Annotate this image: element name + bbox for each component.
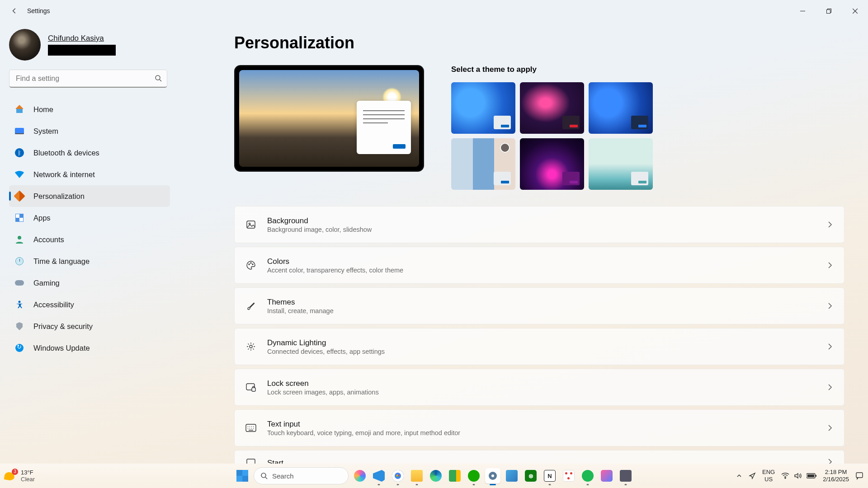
nav-personalization[interactable]: Personalization bbox=[9, 185, 170, 207]
title-bar: Settings bbox=[0, 0, 868, 22]
avatar bbox=[9, 29, 41, 61]
nav-system[interactable]: System bbox=[9, 120, 170, 142]
profile-block[interactable]: Chifundo Kasiya bbox=[9, 29, 170, 61]
svg-rect-14 bbox=[247, 459, 255, 464]
start-icon bbox=[244, 459, 258, 464]
sidebar: Chifundo Kasiya Home System ᛒBluetooth &… bbox=[0, 22, 176, 464]
home-icon bbox=[14, 104, 24, 114]
theme-option-2[interactable] bbox=[520, 82, 584, 134]
search-box[interactable] bbox=[9, 70, 170, 88]
nav-bluetooth[interactable]: ᛒBluetooth & devices bbox=[9, 142, 170, 164]
nav-privacy[interactable]: Privacy & security bbox=[9, 315, 170, 337]
search-input[interactable] bbox=[9, 70, 167, 88]
row-start[interactable]: Start bbox=[234, 450, 844, 464]
nav-update[interactable]: Windows Update bbox=[9, 337, 170, 359]
svg-rect-12 bbox=[252, 388, 255, 391]
clock-icon bbox=[14, 256, 24, 266]
taskbar-vscode[interactable] bbox=[371, 468, 387, 483]
taskbar-settings[interactable] bbox=[485, 468, 500, 483]
taskbar: 3 13°F Clear Search ⊗ N ENGUS bbox=[0, 464, 868, 488]
tray-notifications[interactable] bbox=[855, 472, 863, 480]
svg-point-18 bbox=[785, 478, 786, 479]
svg-point-9 bbox=[252, 264, 253, 265]
shield-icon bbox=[14, 321, 24, 331]
light-icon bbox=[244, 342, 258, 352]
nav-accessibility[interactable]: Accessibility bbox=[9, 294, 170, 315]
theme-option-6[interactable] bbox=[589, 138, 653, 190]
tray-language[interactable]: ENGUS bbox=[762, 469, 775, 483]
row-lock-screen[interactable]: Lock screenLock screen images, apps, ani… bbox=[234, 369, 844, 406]
taskbar-app-red[interactable] bbox=[561, 468, 576, 483]
nav-apps[interactable]: Apps bbox=[9, 207, 170, 229]
accessibility-icon bbox=[14, 300, 24, 310]
row-dynamic-lighting[interactable]: Dynamic LightingConnected devices, effec… bbox=[234, 328, 844, 365]
weather-icon: 3 bbox=[5, 469, 17, 482]
profile-name: Chifundo Kasiya bbox=[48, 34, 116, 43]
svg-point-6 bbox=[249, 223, 250, 224]
profile-email-redacted bbox=[48, 45, 116, 56]
taskbar-meet[interactable] bbox=[447, 468, 462, 483]
nav-accounts[interactable]: Accounts bbox=[9, 229, 170, 250]
theme-option-4[interactable] bbox=[451, 138, 515, 190]
back-button[interactable] bbox=[7, 4, 22, 18]
chevron-right-icon bbox=[827, 221, 833, 228]
tray-clock[interactable]: 2:18 PM2/16/2025 bbox=[823, 469, 849, 483]
maximize-button[interactable] bbox=[816, 2, 842, 20]
taskbar-photos[interactable] bbox=[504, 468, 519, 483]
brush-icon bbox=[244, 301, 258, 311]
taskbar-chrome[interactable] bbox=[390, 468, 406, 483]
window-title: Settings bbox=[27, 7, 50, 14]
minimize-button[interactable] bbox=[789, 2, 816, 20]
taskbar-app-blue[interactable] bbox=[599, 468, 614, 483]
image-icon bbox=[244, 220, 258, 230]
start-button[interactable] bbox=[235, 468, 250, 483]
taskbar-edge[interactable] bbox=[428, 468, 443, 483]
search-icon bbox=[260, 472, 268, 479]
row-themes[interactable]: ThemesInstall, create, manage bbox=[234, 287, 844, 324]
tray-network-sound-battery[interactable] bbox=[781, 473, 816, 479]
desktop-preview[interactable] bbox=[234, 65, 424, 172]
system-icon bbox=[14, 126, 24, 136]
row-colors[interactable]: ColorsAccent color, transparency effects… bbox=[234, 247, 844, 284]
svg-point-7 bbox=[249, 264, 250, 265]
tray-location-icon[interactable] bbox=[749, 472, 756, 479]
svg-point-3 bbox=[18, 236, 21, 239]
nav-home[interactable]: Home bbox=[9, 99, 170, 120]
svg-rect-1 bbox=[826, 9, 830, 13]
taskbar-upwork[interactable] bbox=[466, 468, 481, 483]
battery-icon bbox=[807, 473, 816, 479]
nav-time[interactable]: Time & language bbox=[9, 250, 170, 272]
row-background[interactable]: BackgroundBackground image, color, slide… bbox=[234, 206, 844, 243]
nav-gaming[interactable]: Gaming bbox=[9, 272, 170, 294]
tray-overflow[interactable] bbox=[736, 473, 742, 479]
gamepad-icon bbox=[14, 278, 24, 288]
row-text-input[interactable]: Text inputTouch keyboard, voice typing, … bbox=[234, 409, 844, 446]
apps-icon bbox=[14, 213, 24, 223]
main-content: Personalization Select a theme to apply bbox=[176, 22, 868, 464]
nav-network[interactable]: Network & internet bbox=[9, 164, 170, 185]
close-button[interactable] bbox=[842, 2, 868, 20]
svg-point-2 bbox=[156, 75, 160, 80]
theme-option-1[interactable] bbox=[451, 82, 515, 134]
page-title: Personalization bbox=[234, 33, 848, 52]
taskbar-weather[interactable]: 3 13°F Clear bbox=[5, 469, 63, 483]
wifi-icon bbox=[14, 169, 24, 179]
svg-rect-22 bbox=[856, 473, 863, 478]
chevron-right-icon bbox=[827, 459, 833, 464]
taskbar-xbox[interactable]: ⊗ bbox=[523, 468, 538, 483]
svg-rect-21 bbox=[816, 475, 816, 477]
taskbar-notion[interactable]: N bbox=[542, 468, 557, 483]
chevron-right-icon bbox=[827, 303, 833, 309]
taskbar-spotify[interactable] bbox=[580, 468, 595, 483]
theme-option-5[interactable] bbox=[520, 138, 584, 190]
taskbar-explorer[interactable] bbox=[409, 468, 425, 483]
palette-icon bbox=[244, 260, 258, 270]
speaker-icon bbox=[794, 473, 802, 479]
svg-point-4 bbox=[19, 301, 21, 303]
taskbar-search[interactable]: Search bbox=[254, 467, 349, 484]
taskbar-copilot[interactable] bbox=[352, 468, 368, 483]
theme-option-3[interactable] bbox=[589, 82, 653, 134]
taskbar-app-gray[interactable] bbox=[618, 468, 633, 483]
svg-rect-20 bbox=[807, 474, 814, 477]
search-icon bbox=[155, 75, 162, 82]
